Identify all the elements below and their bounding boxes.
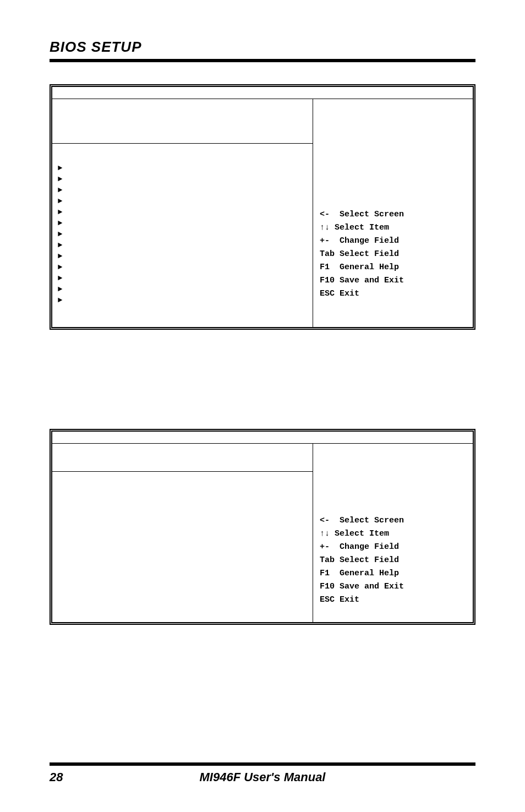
help-select-item: ↑↓ Select Item <box>320 527 466 541</box>
menu-arrow: ► <box>58 284 307 295</box>
help-esc-exit: ESC Exit <box>320 287 466 301</box>
help-save-exit: F10 Save and Exit <box>320 580 466 593</box>
bios-box-2-help-panel: <- Select Screen ↑↓ Select Item +- Chang… <box>313 471 473 622</box>
help-select-screen: <- Select Screen <box>320 208 466 221</box>
menu-arrow: ► <box>58 195 307 206</box>
bios-box-2: <- Select Screen ↑↓ Select Item +- Chang… <box>50 429 475 625</box>
bios-box-1-help-panel: <- Select Screen ↑↓ Select Item +- Chang… <box>313 143 473 327</box>
help-select-item: ↑↓ Select Item <box>320 221 466 235</box>
page-footer: 28 MI946F User's Manual <box>50 758 475 784</box>
page-number: 28 <box>50 770 83 784</box>
menu-arrow: ► <box>58 173 307 184</box>
help-general-help: F1 General Help <box>320 261 466 274</box>
menu-arrow: ► <box>58 206 307 217</box>
bios-box-2-subheader-left <box>52 444 313 471</box>
menu-arrow: ► <box>58 261 307 273</box>
bios-box-2-title-row <box>52 432 473 444</box>
menu-arrow: ► <box>58 239 307 250</box>
menu-arrow: ► <box>58 162 307 173</box>
header-rule <box>50 59 475 62</box>
bios-box-1-subheader-right <box>313 99 473 143</box>
menu-arrow: ► <box>58 250 307 261</box>
help-general-help: F1 General Help <box>320 567 466 580</box>
help-esc-exit: ESC Exit <box>320 593 466 607</box>
menu-arrow: ► <box>58 217 307 228</box>
help-select-field: Tab Select Field <box>320 248 466 261</box>
help-change-field: +- Change Field <box>320 541 466 554</box>
bios-box-1-subheader-left <box>52 99 313 143</box>
bios-box-1-menu-left: ► ► ► ► ► ► ► ► ► ► ► ► ► <box>52 143 313 327</box>
menu-arrow: ► <box>58 295 307 306</box>
page-header: BIOS SETUP <box>50 39 475 56</box>
help-change-field: +- Change Field <box>320 235 466 248</box>
footer-rule <box>50 762 475 766</box>
help-select-screen: <- Select Screen <box>320 514 466 527</box>
help-select-field: Tab Select Field <box>320 554 466 567</box>
bios-box-1-title-row <box>52 87 473 99</box>
bios-box-2-body-left <box>52 471 313 622</box>
menu-arrow: ► <box>58 273 307 284</box>
bios-box-1: ► ► ► ► ► ► ► ► ► ► ► ► ► <- Select Scre… <box>50 84 475 330</box>
bios-box-2-subheader-right <box>313 444 473 471</box>
menu-arrow: ► <box>58 228 307 239</box>
help-save-exit: F10 Save and Exit <box>320 274 466 287</box>
footer-title: MI946F User's Manual <box>83 770 442 784</box>
menu-arrow: ► <box>58 184 307 195</box>
